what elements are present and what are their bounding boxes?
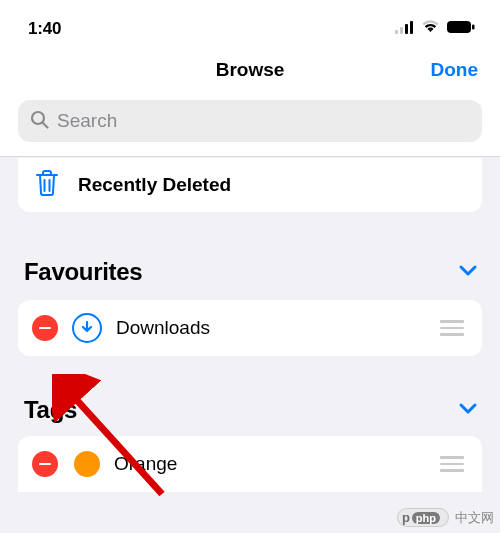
battery-icon	[446, 20, 476, 38]
section-header-favourites[interactable]: Favourites	[18, 258, 482, 286]
divider	[0, 156, 500, 157]
watermark-text: 中文网	[455, 509, 494, 527]
remove-button[interactable]	[32, 451, 58, 477]
page-title: Browse	[216, 59, 285, 81]
status-indicators	[395, 20, 476, 38]
svg-rect-1	[400, 27, 403, 34]
search-icon	[30, 110, 49, 133]
search-wrapper: Search	[0, 96, 500, 156]
tag-color-dot	[74, 451, 100, 477]
chevron-down-icon	[458, 263, 478, 281]
done-button[interactable]: Done	[431, 59, 479, 81]
watermark: p php 中文网	[397, 508, 494, 527]
svg-rect-4	[447, 21, 471, 33]
search-input[interactable]: Search	[18, 100, 482, 142]
remove-button[interactable]	[32, 315, 58, 341]
section-title: Favourites	[24, 258, 142, 286]
nav-bar: Browse Done	[0, 44, 500, 96]
search-placeholder: Search	[57, 110, 117, 132]
location-recently-deleted[interactable]: Recently Deleted	[18, 158, 482, 212]
svg-rect-3	[410, 21, 413, 34]
cellular-icon	[395, 20, 415, 38]
download-icon	[72, 313, 102, 343]
location-label: Recently Deleted	[78, 174, 231, 196]
section-title: Tags	[24, 396, 77, 424]
favourite-item-label: Downloads	[116, 317, 210, 339]
svg-line-7	[43, 123, 48, 128]
svg-rect-0	[395, 30, 398, 34]
tag-item-label: Orange	[114, 453, 177, 475]
watermark-hp: php	[412, 512, 440, 524]
status-time: 1:40	[28, 19, 61, 39]
svg-point-6	[32, 112, 44, 124]
chevron-down-icon	[458, 401, 478, 419]
watermark-p: p	[402, 510, 410, 525]
trash-icon	[34, 169, 60, 201]
drag-handle[interactable]	[440, 320, 464, 336]
status-bar: 1:40	[0, 0, 500, 44]
svg-rect-2	[405, 24, 408, 34]
svg-rect-5	[472, 25, 475, 30]
section-header-tags[interactable]: Tags	[18, 396, 482, 424]
drag-handle[interactable]	[440, 456, 464, 472]
favourite-item-downloads[interactable]: Downloads	[18, 300, 482, 356]
tag-item-orange[interactable]: Orange	[18, 436, 482, 492]
wifi-icon	[421, 20, 440, 38]
